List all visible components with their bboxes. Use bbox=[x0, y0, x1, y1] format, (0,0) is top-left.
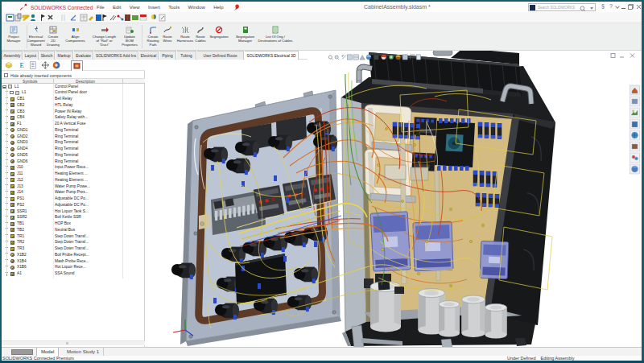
svg-text:E: E bbox=[20, 61, 24, 69]
